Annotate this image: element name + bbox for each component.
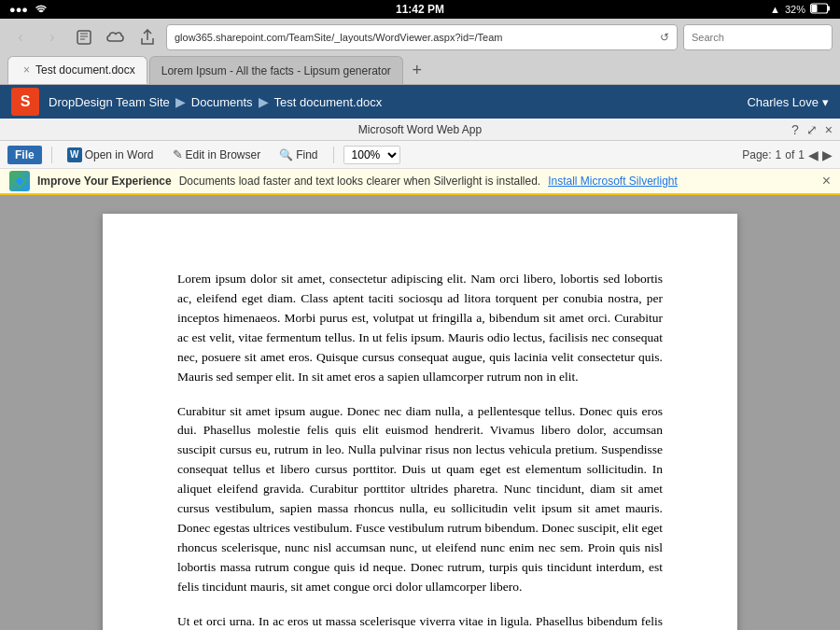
open-in-word-button[interactable]: W Open in Word bbox=[62, 146, 160, 164]
page-current: 1 bbox=[776, 148, 782, 161]
document-page: Lorem ipsum dolor sit amet, consectetur … bbox=[103, 214, 737, 630]
cloud-button[interactable] bbox=[103, 24, 129, 50]
open-in-word-label: Open in Word bbox=[85, 148, 154, 161]
svg-rect-2 bbox=[812, 5, 818, 12]
page-info: Page: 1 of 1 ◀ ▶ bbox=[742, 147, 833, 162]
user-name: Charles Love bbox=[747, 95, 819, 109]
battery-icon bbox=[810, 3, 831, 16]
silverlight-link[interactable]: Install Microsoft Silverlight bbox=[548, 175, 678, 188]
address-bar[interactable]: ↺ bbox=[166, 24, 678, 50]
search-input[interactable] bbox=[683, 24, 833, 50]
signal-icon: ●●● bbox=[9, 4, 28, 15]
tab-close-active[interactable]: × bbox=[23, 63, 30, 77]
edit-icon: ✎ bbox=[173, 147, 183, 161]
paragraph-3: Ut et orci urna. In ac eros ut massa sce… bbox=[177, 612, 663, 630]
tabs-row: × Test document.docx Lorem Ipsum - All t… bbox=[7, 56, 833, 84]
reload-button[interactable]: ↺ bbox=[660, 31, 669, 44]
page-total: 1 bbox=[798, 148, 805, 161]
tab-label-inactive: Lorem Ipsum - All the facts - Lipsum gen… bbox=[161, 64, 391, 77]
help-icon[interactable]: ? bbox=[791, 122, 799, 137]
tab-active[interactable]: × Test document.docx bbox=[7, 56, 147, 84]
forward-button[interactable]: › bbox=[39, 24, 65, 50]
svg-rect-1 bbox=[828, 7, 830, 11]
find-button[interactable]: 🔍 Find bbox=[273, 147, 323, 163]
location-icon: ▲ bbox=[770, 4, 780, 15]
word-app-bar: Microsoft Word Web App ? ⤢ × bbox=[0, 119, 840, 141]
page-sep: of bbox=[785, 148, 794, 161]
page-label: Page: bbox=[742, 148, 771, 161]
sharepoint-bar: S DropDesign Team Site ▶ Documents ▶ Tes… bbox=[0, 85, 840, 119]
breadcrumb-section[interactable]: Documents bbox=[191, 95, 253, 109]
paragraph-2: Curabitur sit amet ipsum augue. Donec ne… bbox=[177, 402, 663, 597]
breadcrumb: DropDesign Team Site ▶ Documents ▶ Test … bbox=[49, 94, 737, 109]
next-page-button[interactable]: ▶ bbox=[822, 147, 833, 162]
site-name[interactable]: DropDesign Team Site bbox=[49, 95, 170, 109]
toolbar-sep-2 bbox=[333, 147, 334, 163]
back-button[interactable]: ‹ bbox=[7, 24, 34, 50]
user-menu[interactable]: Charles Love ▾ bbox=[747, 95, 829, 109]
svg-rect-3 bbox=[77, 31, 91, 44]
find-label: Find bbox=[296, 148, 317, 161]
toolbar-sep-1 bbox=[51, 147, 52, 163]
status-bar: ●●● 11:42 PM ▲ 32% bbox=[0, 0, 840, 19]
prev-page-button[interactable]: ◀ bbox=[808, 147, 819, 162]
toolbar: File W Open in Word ✎ Edit in Browser 🔍 … bbox=[0, 141, 840, 169]
banner-bold-text: Improve Your Experience bbox=[37, 175, 172, 188]
bookmarks-button[interactable] bbox=[71, 24, 97, 50]
tab-inactive[interactable]: Lorem Ipsum - All the facts - Lipsum gen… bbox=[149, 56, 403, 84]
nav-row: ‹ › ↺ bbox=[7, 24, 833, 50]
battery-pct: 32% bbox=[785, 4, 805, 15]
address-input[interactable] bbox=[175, 32, 656, 43]
edit-in-browser-label: Edit in Browser bbox=[186, 148, 261, 161]
paragraph-1: Lorem ipsum dolor sit amet, consectetur … bbox=[177, 270, 663, 387]
clock: 11:42 PM bbox=[396, 3, 444, 16]
user-dropdown-icon: ▾ bbox=[822, 95, 829, 109]
browser-chrome: ‹ › ↺ × Test document.do bbox=[0, 19, 840, 85]
sharepoint-logo: S bbox=[11, 88, 39, 116]
share-button[interactable] bbox=[134, 24, 161, 50]
banner-message: Documents load faster and text looks cle… bbox=[179, 175, 541, 188]
new-tab-button[interactable]: + bbox=[405, 58, 429, 82]
find-icon: 🔍 bbox=[279, 148, 293, 161]
fullscreen-icon[interactable]: ⤢ bbox=[806, 122, 818, 137]
silverlight-banner: Improve Your Experience Documents load f… bbox=[0, 169, 840, 195]
edit-in-browser-button[interactable]: ✎ Edit in Browser bbox=[167, 146, 267, 163]
zoom-select[interactable]: 100% 75% 125% 150% bbox=[343, 146, 400, 164]
word-app-title: Microsoft Word Web App bbox=[358, 123, 482, 136]
document-area: Lorem ipsum dolor sit amet, consectetur … bbox=[0, 195, 840, 630]
wifi-icon bbox=[34, 3, 49, 16]
banner-icon bbox=[9, 171, 30, 191]
breadcrumb-sep-1: ▶ bbox=[175, 94, 186, 109]
word-icon: W bbox=[67, 147, 82, 162]
tab-label-active: Test document.docx bbox=[35, 63, 135, 77]
close-icon[interactable]: × bbox=[825, 122, 833, 137]
breadcrumb-page: Test document.docx bbox=[274, 95, 383, 109]
banner-close-button[interactable]: × bbox=[822, 173, 831, 189]
breadcrumb-sep-2: ▶ bbox=[259, 94, 269, 109]
file-button[interactable]: File bbox=[7, 146, 42, 164]
